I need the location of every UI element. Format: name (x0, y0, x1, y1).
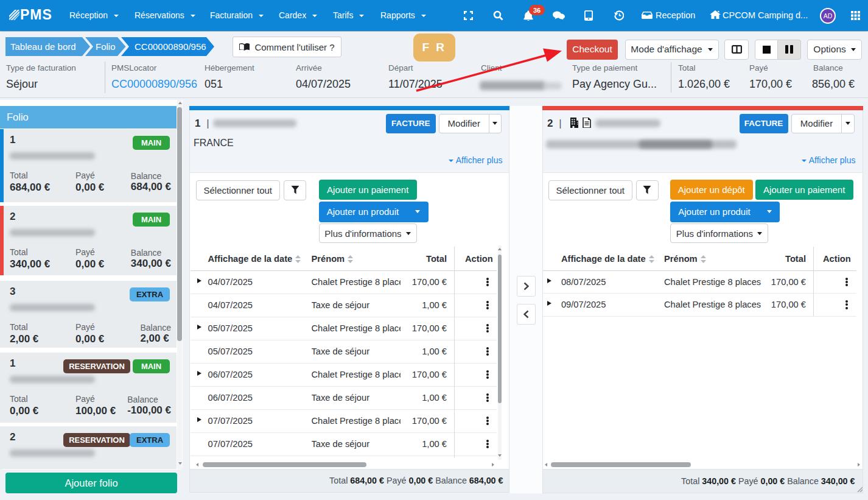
svg-text:Folio: Folio (96, 41, 116, 52)
svg-text:Tableau de bord: Tableau de bord (10, 41, 76, 52)
svg-text:CC00000890/956: CC00000890/956 (135, 41, 206, 52)
